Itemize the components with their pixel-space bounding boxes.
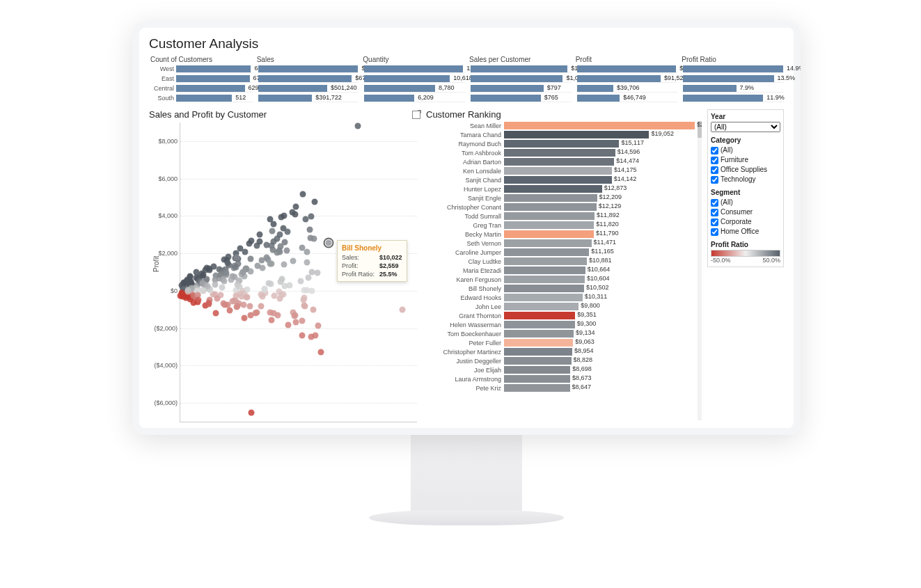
checkbox-input[interactable] xyxy=(711,209,718,216)
metric-row[interactable]: $39,706 xyxy=(574,84,678,93)
scatter-point[interactable] xyxy=(355,123,361,129)
scatter-point[interactable] xyxy=(204,265,210,271)
ranking-row[interactable]: Adrian Barton$14,474 xyxy=(426,157,702,166)
metric-row[interactable]: 6,209 xyxy=(361,94,465,102)
ranking-row[interactable]: Hunter Lopez$12,873 xyxy=(426,184,702,193)
checkbox-input[interactable] xyxy=(711,176,718,184)
scatter-point[interactable] xyxy=(302,216,308,222)
metric-row[interactable]: $678,781 xyxy=(255,74,359,83)
category-checkbox[interactable]: Furniture xyxy=(711,155,780,165)
scatter-point[interactable] xyxy=(301,303,308,309)
ranking-row[interactable]: Seth Vernon$11,471 xyxy=(426,239,702,248)
scatter-point[interactable] xyxy=(310,236,317,242)
scatter-point[interactable] xyxy=(267,260,274,267)
segment-checkbox[interactable]: Corporate xyxy=(711,217,780,227)
ranking-row[interactable]: Todd Sumrall$11,892 xyxy=(426,212,702,221)
scatter-point[interactable] xyxy=(268,281,274,287)
scatter-point[interactable] xyxy=(248,255,254,262)
scatter-point[interactable] xyxy=(281,262,287,268)
scatter-point[interactable] xyxy=(213,310,219,317)
checkbox-input[interactable] xyxy=(711,157,718,164)
ranking-row[interactable]: Bill Shonely$10,502 xyxy=(426,284,702,293)
scatter-point[interactable] xyxy=(299,333,306,339)
scatter-point[interactable] xyxy=(304,287,310,293)
ranking-row[interactable]: Tom Boeckenhauer$9,134 xyxy=(426,329,702,338)
scatter-point-highlighted[interactable] xyxy=(323,238,333,248)
scatter-point[interactable] xyxy=(281,283,288,289)
ranking-row[interactable]: John Lee$9,800 xyxy=(426,302,702,311)
scatter-point[interactable] xyxy=(225,254,231,260)
scatter-point[interactable] xyxy=(235,261,242,267)
ranking-row[interactable]: Edward Hooks$10,311 xyxy=(426,293,702,302)
ranking-row[interactable]: Laura Armstrong$8,673 xyxy=(426,374,702,383)
scatter-point[interactable] xyxy=(248,238,254,244)
scatter-point[interactable] xyxy=(225,260,231,267)
scatter-point[interactable] xyxy=(249,409,255,415)
scatter-point[interactable] xyxy=(256,232,262,238)
scatter-point[interactable] xyxy=(292,319,299,325)
ranking-row[interactable]: Caroline Jumper$11,165 xyxy=(426,248,702,257)
scatter-point[interactable] xyxy=(244,294,250,300)
scatter-point[interactable] xyxy=(230,297,237,303)
checkbox-input[interactable] xyxy=(711,218,718,226)
scatter-point[interactable] xyxy=(193,269,199,276)
scatter-point[interactable] xyxy=(281,213,287,219)
scatter-point[interactable] xyxy=(297,278,304,284)
scatter-point[interactable] xyxy=(285,321,291,328)
category-checkbox[interactable]: Office Supplies xyxy=(711,165,780,175)
scatter-point[interactable] xyxy=(270,238,276,244)
metric-row[interactable]: Central629 xyxy=(149,84,253,93)
scatter-point[interactable] xyxy=(290,257,296,264)
scatter-point[interactable] xyxy=(181,280,187,286)
scatter-point[interactable] xyxy=(308,214,315,220)
ranking-row[interactable]: Helen Wasserman$9,300 xyxy=(426,320,702,329)
scatter-point[interactable] xyxy=(184,287,191,293)
scatter-point[interactable] xyxy=(199,280,205,287)
scatter-point[interactable] xyxy=(244,286,250,292)
scatter-point[interactable] xyxy=(269,246,276,253)
metric-row[interactable]: East674 xyxy=(149,74,253,83)
scatter-point[interactable] xyxy=(309,269,315,276)
scatter-point[interactable] xyxy=(223,269,229,276)
checkbox-input[interactable] xyxy=(711,166,718,174)
metric-row[interactable]: $1,007 xyxy=(468,74,572,83)
scatter-point[interactable] xyxy=(196,296,202,303)
ranking-row[interactable]: Becky Martin$11,790 xyxy=(426,230,702,239)
scatter-point[interactable] xyxy=(269,228,275,234)
scatter-point[interactable] xyxy=(305,275,311,281)
scatter-point[interactable] xyxy=(258,303,264,310)
ranking-row[interactable]: Greg Tran$11,820 xyxy=(426,221,702,230)
ranking-row[interactable]: Christopher Conant$12,129 xyxy=(426,202,702,212)
scatter-point[interactable] xyxy=(261,286,267,292)
scatter-point[interactable] xyxy=(269,317,275,324)
ranking-row[interactable]: Maria Etezadi$10,664 xyxy=(426,266,702,275)
ranking-row[interactable]: Peter Fuller$9,063 xyxy=(426,338,702,347)
scatter-point[interactable] xyxy=(240,301,246,308)
scatter-point[interactable] xyxy=(219,285,225,291)
scatter-point[interactable] xyxy=(254,309,260,315)
ranking-row[interactable]: Sanjit Engle$12,209 xyxy=(426,193,702,202)
scatter-point[interactable] xyxy=(282,239,288,245)
scatter-point[interactable] xyxy=(237,283,243,289)
category-checkbox[interactable]: Technology xyxy=(711,175,780,184)
scatter-point[interactable] xyxy=(242,249,248,255)
scatter-point[interactable] xyxy=(277,232,283,238)
open-external-icon[interactable] xyxy=(412,111,420,119)
scatter-point[interactable] xyxy=(306,227,313,233)
scatter-point[interactable] xyxy=(304,259,310,265)
ranking-row[interactable]: Justin Deggeller$8,828 xyxy=(426,356,702,365)
ranking-row[interactable]: Ken Lonsdale$14,175 xyxy=(426,166,702,175)
scatter-point[interactable] xyxy=(301,295,308,301)
ranking-row[interactable]: Tamara Chand$19,052 xyxy=(426,130,702,139)
scatter-point[interactable] xyxy=(259,293,265,299)
scatter-point[interactable] xyxy=(221,278,227,285)
ranking-row[interactable]: Christopher Martinez$8,954 xyxy=(426,347,702,356)
scatter-point[interactable] xyxy=(299,245,305,251)
year-filter-select[interactable]: (All) xyxy=(711,122,780,132)
ranking-row[interactable]: Grant Thornton$9,351 xyxy=(426,311,702,320)
scatter-point[interactable] xyxy=(315,270,321,276)
customer-ranking-chart[interactable]: Sean Miller$25,043Tamara Chand$19,052Ray… xyxy=(426,121,702,420)
metric-row[interactable]: $765 xyxy=(468,94,572,102)
checkbox-input[interactable] xyxy=(711,228,718,236)
scatter-point[interactable] xyxy=(283,247,290,253)
